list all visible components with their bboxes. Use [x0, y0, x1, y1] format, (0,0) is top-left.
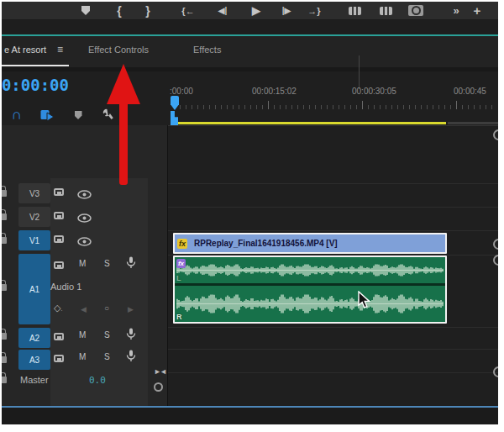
solo-button[interactable]: S: [104, 330, 110, 340]
ruler-tick: [444, 105, 445, 109]
lock-icon[interactable]: [2, 213, 7, 220]
snap-icon[interactable]: ∩: [8, 107, 25, 124]
fx-badge-icon[interactable]: fx: [177, 239, 187, 249]
ruler-tick: [233, 105, 234, 109]
ruler-label: :00:00: [170, 87, 193, 96]
sync-lock-icon[interactable]: [54, 235, 64, 243]
sync-lock-icon[interactable]: [54, 188, 64, 196]
solo-button[interactable]: S: [104, 352, 110, 361]
solo-button[interactable]: S: [104, 259, 110, 268]
time-ruler[interactable]: [167, 100, 498, 111]
voiceover-mic-icon[interactable]: [126, 350, 136, 361]
lock-icon[interactable]: [2, 190, 7, 197]
fit-timeline-icon[interactable]: ►◄: [154, 367, 165, 376]
ruler-tick: [350, 105, 351, 109]
timecode-value: 00:00:00:00: [2, 76, 69, 96]
video-clip-name: RPReplay_Final1641918456.MP4 [V]: [194, 239, 338, 248]
master-level-value[interactable]: 0.0: [89, 375, 106, 386]
keyframe-diamond-icon[interactable]: ◇.: [54, 303, 62, 313]
ruler-tick: [256, 105, 257, 109]
track-target-a3[interactable]: A3: [18, 350, 50, 370]
toggle-track-output-eye-icon[interactable]: [77, 187, 92, 197]
add-keyframe-icon[interactable]: ○: [104, 303, 109, 313]
track-target-a2[interactable]: A2: [18, 328, 50, 348]
go-to-in-icon[interactable]: {←: [176, 2, 200, 19]
extract-icon[interactable]: [377, 2, 394, 19]
master-track-label[interactable]: Master: [20, 375, 49, 385]
timecode-display[interactable]: 00:00:00:00: [2, 76, 69, 96]
lock-icon[interactable]: [2, 333, 7, 340]
ruler-tick: [303, 105, 304, 109]
step-forward-icon[interactable]: |▶: [276, 2, 297, 19]
ruler-tick: [221, 105, 222, 109]
marker-icon[interactable]: [72, 109, 84, 121]
mark-out-icon[interactable]: }: [139, 2, 156, 19]
track-target-v3[interactable]: V3: [18, 183, 50, 203]
tab-effect-controls[interactable]: Effect Controls: [88, 45, 149, 55]
lock-icon[interactable]: [2, 356, 7, 363]
scrollbar-handle-icon[interactable]: [493, 255, 498, 266]
mute-button[interactable]: M: [79, 259, 86, 268]
panel-gap: [2, 20, 498, 34]
track-header-column: V3 V2 V1 A1 M S Audio 1 ◇. ◀ ○ ▶ A2: [2, 125, 168, 407]
track-target-v2[interactable]: V2: [18, 207, 50, 227]
go-to-out-icon[interactable]: →}: [302, 2, 326, 19]
scrollbar-handle-icon[interactable]: [493, 239, 498, 250]
next-keyframe-icon[interactable]: ▶: [128, 305, 134, 313]
panel-menu-icon[interactable]: ≡: [57, 44, 63, 55]
track-target-a1[interactable]: A1: [18, 254, 50, 324]
work-area-bar-track[interactable]: [448, 122, 498, 124]
track-target-v1[interactable]: V1: [18, 230, 50, 250]
lock-icon[interactable]: [2, 377, 7, 383]
right-channel-label: R: [176, 313, 182, 321]
ruler-tick: [333, 105, 333, 109]
add-marker-icon[interactable]: [77, 2, 94, 19]
audio-clip[interactable]: fx L R: [173, 256, 447, 324]
mark-in-icon[interactable]: {: [111, 2, 128, 19]
scroll-handle-icon[interactable]: [154, 382, 163, 392]
ruler-tick: [309, 105, 310, 109]
mute-button[interactable]: M: [79, 330, 86, 340]
lift-icon[interactable]: [346, 2, 363, 19]
scrollbar-handle-icon[interactable]: [493, 366, 498, 377]
track-separator: [167, 372, 498, 373]
ruler-tick: [291, 105, 292, 109]
ruler-tick: [415, 105, 416, 109]
work-area-bar[interactable]: [173, 122, 446, 124]
add-button-icon[interactable]: +: [469, 2, 486, 19]
tab-effects[interactable]: Effects: [193, 45, 221, 55]
play-icon[interactable]: ▶: [247, 2, 265, 19]
previous-keyframe-icon[interactable]: ◀: [81, 305, 87, 313]
button-editor-icon[interactable]: »: [449, 2, 464, 19]
lock-icon[interactable]: [2, 237, 7, 244]
track-canvas[interactable]: fx RPReplay_Final1641918456.MP4 [V] fx L…: [167, 125, 498, 408]
track-controls-band: [50, 178, 148, 424]
sync-lock-icon[interactable]: [54, 212, 64, 219]
export-frame-icon[interactable]: [407, 2, 425, 19]
ruler-tick: [197, 105, 198, 109]
ruler-tick: [421, 105, 422, 109]
mute-button[interactable]: M: [79, 352, 86, 361]
tab-sequence[interactable]: e At resort: [4, 45, 46, 55]
ruler-tick: [391, 105, 392, 109]
step-back-icon[interactable]: ◀|: [212, 2, 234, 19]
transport-toolbar: { } {← ◀| ▶ |▶ →} » +: [2, 2, 498, 20]
lock-icon[interactable]: [2, 284, 7, 291]
scrollbar-handle-icon[interactable]: [493, 129, 498, 140]
ruler-tick: [403, 105, 404, 109]
track-separator: [167, 230, 498, 231]
toggle-track-output-eye-icon[interactable]: [77, 234, 92, 244]
fx-badge-icon[interactable]: fx: [176, 259, 186, 268]
voiceover-mic-icon[interactable]: [126, 256, 136, 268]
toggle-track-output-eye-icon[interactable]: [77, 211, 92, 220]
audio-track-name[interactable]: Audio 1: [50, 282, 81, 292]
sync-lock-icon[interactable]: [54, 333, 64, 340]
linked-selection-icon[interactable]: [39, 108, 55, 123]
voiceover-mic-icon[interactable]: [126, 328, 136, 340]
sync-lock-icon[interactable]: [54, 261, 64, 269]
track-separator: [167, 349, 498, 350]
ruler-tick: [438, 105, 439, 109]
sync-lock-icon[interactable]: [54, 355, 64, 362]
video-clip[interactable]: fx RPReplay_Final1641918456.MP4 [V]: [173, 233, 447, 254]
ruler-tick: [192, 105, 192, 109]
